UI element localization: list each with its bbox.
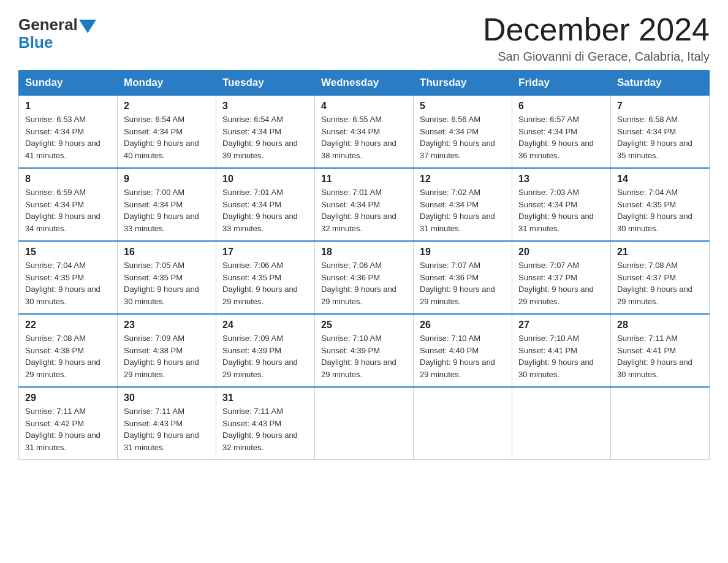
logo-triangle-icon (79, 20, 96, 33)
day-info: Sunrise: 7:01 AMSunset: 4:34 PMDaylight:… (321, 188, 396, 233)
calendar-cell (611, 387, 710, 460)
day-number: 25 (321, 320, 407, 331)
calendar-cell (414, 387, 512, 460)
calendar-cell: 18 Sunrise: 7:06 AMSunset: 4:36 PMDaylig… (315, 241, 414, 314)
header-sunday: Sunday (19, 71, 118, 96)
day-number: 13 (518, 174, 604, 185)
calendar-cell: 21 Sunrise: 7:08 AMSunset: 4:37 PMDaylig… (611, 241, 710, 314)
calendar-cell: 11 Sunrise: 7:01 AMSunset: 4:34 PMDaylig… (315, 168, 414, 241)
day-info: Sunrise: 7:11 AMSunset: 4:43 PMDaylight:… (222, 407, 298, 452)
calendar-week-5: 29 Sunrise: 7:11 AMSunset: 4:42 PMDaylig… (19, 387, 710, 460)
calendar-week-2: 8 Sunrise: 6:59 AMSunset: 4:34 PMDayligh… (19, 168, 710, 241)
calendar-cell: 12 Sunrise: 7:02 AMSunset: 4:34 PMDaylig… (414, 168, 512, 241)
location-text: San Giovanni di Gerace, Calabria, Italy (483, 50, 710, 64)
day-number: 16 (124, 247, 210, 258)
calendar-cell: 26 Sunrise: 7:10 AMSunset: 4:40 PMDaylig… (414, 314, 512, 387)
day-info: Sunrise: 7:09 AMSunset: 4:38 PMDaylight:… (124, 334, 199, 379)
day-number: 20 (518, 247, 604, 258)
calendar-cell: 15 Sunrise: 7:04 AMSunset: 4:35 PMDaylig… (19, 241, 118, 314)
day-number: 6 (518, 101, 604, 112)
calendar-week-4: 22 Sunrise: 7:08 AMSunset: 4:38 PMDaylig… (19, 314, 710, 387)
calendar-cell: 24 Sunrise: 7:09 AMSunset: 4:39 PMDaylig… (216, 314, 315, 387)
logo-blue-text: Blue (18, 33, 53, 52)
day-number: 11 (321, 174, 407, 185)
day-number: 18 (321, 247, 407, 258)
calendar-cell: 9 Sunrise: 7:00 AMSunset: 4:34 PMDayligh… (118, 168, 216, 241)
calendar-week-1: 1 Sunrise: 6:53 AMSunset: 4:34 PMDayligh… (19, 96, 710, 169)
day-number: 27 (518, 320, 604, 331)
header-saturday: Saturday (611, 71, 710, 96)
day-info: Sunrise: 6:55 AMSunset: 4:34 PMDaylight:… (321, 115, 396, 160)
calendar-table: SundayMondayTuesdayWednesdayThursdayFrid… (18, 70, 710, 460)
day-info: Sunrise: 7:08 AMSunset: 4:37 PMDaylight:… (617, 261, 692, 306)
title-section: December 2024 San Giovanni di Gerace, Ca… (483, 12, 710, 64)
calendar-week-3: 15 Sunrise: 7:04 AMSunset: 4:35 PMDaylig… (19, 241, 710, 314)
day-number: 2 (124, 101, 210, 112)
calendar-cell: 19 Sunrise: 7:07 AMSunset: 4:36 PMDaylig… (414, 241, 512, 314)
calendar-cell: 28 Sunrise: 7:11 AMSunset: 4:41 PMDaylig… (611, 314, 710, 387)
calendar-cell: 8 Sunrise: 6:59 AMSunset: 4:34 PMDayligh… (19, 168, 118, 241)
day-info: Sunrise: 7:07 AMSunset: 4:36 PMDaylight:… (420, 261, 495, 306)
calendar-cell: 3 Sunrise: 6:54 AMSunset: 4:34 PMDayligh… (216, 96, 315, 169)
calendar-cell: 22 Sunrise: 7:08 AMSunset: 4:38 PMDaylig… (19, 314, 118, 387)
calendar-cell: 10 Sunrise: 7:01 AMSunset: 4:34 PMDaylig… (216, 168, 315, 241)
calendar-cell: 5 Sunrise: 6:56 AMSunset: 4:34 PMDayligh… (414, 96, 512, 169)
calendar-header-row: SundayMondayTuesdayWednesdayThursdayFrid… (19, 71, 710, 96)
calendar-cell: 30 Sunrise: 7:11 AMSunset: 4:43 PMDaylig… (118, 387, 216, 460)
day-number: 15 (25, 247, 111, 258)
day-number: 21 (617, 247, 703, 258)
calendar-cell: 6 Sunrise: 6:57 AMSunset: 4:34 PMDayligh… (512, 96, 611, 169)
day-info: Sunrise: 7:11 AMSunset: 4:41 PMDaylight:… (617, 334, 692, 379)
logo: General Blue (18, 15, 96, 52)
header-monday: Monday (118, 71, 216, 96)
day-number: 29 (25, 393, 111, 404)
day-info: Sunrise: 7:07 AMSunset: 4:37 PMDaylight:… (518, 261, 594, 306)
day-number: 26 (420, 320, 506, 331)
day-number: 4 (321, 101, 407, 112)
day-info: Sunrise: 7:10 AMSunset: 4:39 PMDaylight:… (321, 334, 396, 379)
calendar-cell: 23 Sunrise: 7:09 AMSunset: 4:38 PMDaylig… (118, 314, 216, 387)
day-number: 7 (617, 101, 703, 112)
header-friday: Friday (512, 71, 611, 96)
page-header: General Blue December 2024 San Giovanni … (18, 12, 710, 64)
day-info: Sunrise: 7:02 AMSunset: 4:34 PMDaylight:… (420, 188, 495, 233)
calendar-cell: 17 Sunrise: 7:06 AMSunset: 4:35 PMDaylig… (216, 241, 315, 314)
calendar-cell (315, 387, 414, 460)
day-number: 5 (420, 101, 506, 112)
calendar-cell: 25 Sunrise: 7:10 AMSunset: 4:39 PMDaylig… (315, 314, 414, 387)
day-number: 12 (420, 174, 506, 185)
day-info: Sunrise: 7:04 AMSunset: 4:35 PMDaylight:… (25, 261, 100, 306)
day-info: Sunrise: 6:56 AMSunset: 4:34 PMDaylight:… (420, 115, 495, 160)
calendar-cell: 4 Sunrise: 6:55 AMSunset: 4:34 PMDayligh… (315, 96, 414, 169)
day-info: Sunrise: 6:58 AMSunset: 4:34 PMDaylight:… (617, 115, 692, 160)
calendar-cell: 2 Sunrise: 6:54 AMSunset: 4:34 PMDayligh… (118, 96, 216, 169)
calendar-cell (512, 387, 611, 460)
day-info: Sunrise: 7:11 AMSunset: 4:43 PMDaylight:… (124, 407, 199, 452)
logo-general-text: General (18, 15, 78, 34)
day-number: 28 (617, 320, 703, 331)
day-number: 9 (124, 174, 210, 185)
day-number: 8 (25, 174, 111, 185)
day-info: Sunrise: 7:06 AMSunset: 4:36 PMDaylight:… (321, 261, 396, 306)
day-info: Sunrise: 7:00 AMSunset: 4:34 PMDaylight:… (124, 188, 199, 233)
calendar-cell: 7 Sunrise: 6:58 AMSunset: 4:34 PMDayligh… (611, 96, 710, 169)
day-info: Sunrise: 7:05 AMSunset: 4:35 PMDaylight:… (124, 261, 199, 306)
day-info: Sunrise: 6:54 AMSunset: 4:34 PMDaylight:… (222, 115, 298, 160)
calendar-cell: 16 Sunrise: 7:05 AMSunset: 4:35 PMDaylig… (118, 241, 216, 314)
day-info: Sunrise: 6:59 AMSunset: 4:34 PMDaylight:… (25, 188, 100, 233)
day-info: Sunrise: 6:53 AMSunset: 4:34 PMDaylight:… (25, 115, 100, 160)
day-number: 1 (25, 101, 111, 112)
day-number: 23 (124, 320, 210, 331)
day-info: Sunrise: 7:03 AMSunset: 4:34 PMDaylight:… (518, 188, 594, 233)
day-info: Sunrise: 7:09 AMSunset: 4:39 PMDaylight:… (222, 334, 298, 379)
header-wednesday: Wednesday (315, 71, 414, 96)
day-info: Sunrise: 7:01 AMSunset: 4:34 PMDaylight:… (222, 188, 298, 233)
calendar-cell: 20 Sunrise: 7:07 AMSunset: 4:37 PMDaylig… (512, 241, 611, 314)
calendar-cell: 31 Sunrise: 7:11 AMSunset: 4:43 PMDaylig… (216, 387, 315, 460)
calendar-cell: 13 Sunrise: 7:03 AMSunset: 4:34 PMDaylig… (512, 168, 611, 241)
calendar-cell: 14 Sunrise: 7:04 AMSunset: 4:35 PMDaylig… (611, 168, 710, 241)
day-info: Sunrise: 7:10 AMSunset: 4:41 PMDaylight:… (518, 334, 594, 379)
day-info: Sunrise: 6:57 AMSunset: 4:34 PMDaylight:… (518, 115, 594, 160)
day-info: Sunrise: 7:06 AMSunset: 4:35 PMDaylight:… (222, 261, 298, 306)
calendar-cell: 1 Sunrise: 6:53 AMSunset: 4:34 PMDayligh… (19, 96, 118, 169)
